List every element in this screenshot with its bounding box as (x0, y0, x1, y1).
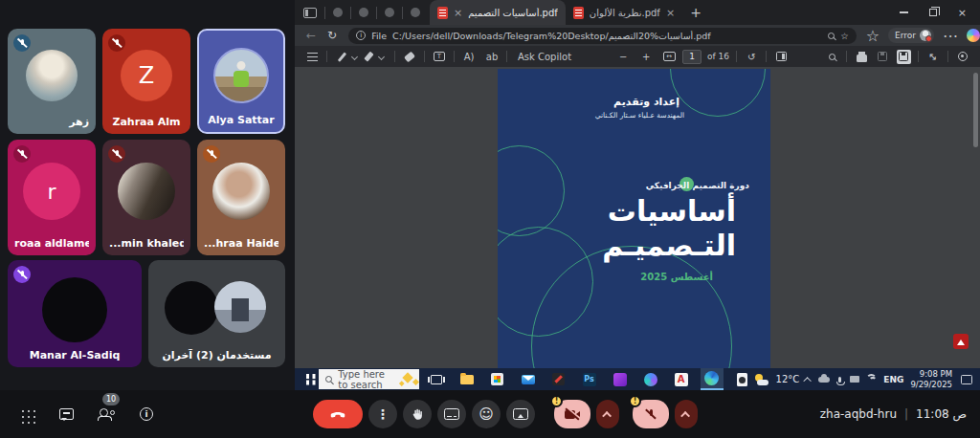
tab-asasiyat-altasmim[interactable]: × أساسيات التصميم.pdf (430, 0, 566, 25)
restore-button[interactable] (929, 9, 937, 16)
purple-app-button[interactable] (609, 368, 632, 390)
chevron-down-icon[interactable] (351, 53, 358, 59)
start-button[interactable] (306, 374, 309, 380)
erase-button[interactable] (402, 49, 417, 64)
draw-button[interactable] (334, 49, 349, 64)
store-app-button[interactable] (486, 368, 509, 390)
ghost-tab-favicon[interactable] (385, 8, 394, 17)
participant-tile[interactable]: Manar Al-Sadiq (8, 260, 142, 367)
mic-off-button[interactable]: ! (633, 400, 669, 428)
participants-button[interactable]: 10 (94, 402, 119, 427)
close-window-button[interactable]: × (958, 7, 967, 19)
minimize-button[interactable] (900, 11, 908, 13)
save-button[interactable] (875, 49, 890, 64)
ab-icon: ab (486, 52, 498, 62)
print-button[interactable] (854, 49, 869, 64)
usb-icon[interactable] (850, 376, 859, 383)
participant-tile[interactable]: ...min khaled (102, 140, 190, 255)
zoom-in-button[interactable]: + (638, 49, 654, 64)
taskbar-clock[interactable]: 9:08 PM 9/29/2025 (910, 369, 952, 388)
scrollbar-thumb[interactable] (973, 73, 978, 147)
back-icon[interactable]: ← (306, 29, 316, 42)
participant-tile-active-speaker[interactable]: Alya Sattar (197, 29, 285, 134)
weather-temp[interactable]: 12°C (776, 374, 800, 384)
ghost-tab-favicon[interactable] (411, 8, 420, 17)
page-info-icon[interactable]: i (356, 31, 366, 40)
camera-options-chevron[interactable] (596, 400, 619, 428)
captions-button[interactable] (437, 400, 466, 428)
cover-date: أغسطس 2025 (640, 272, 713, 282)
layout-apps-button[interactable] (13, 402, 38, 427)
tab-actions-icon[interactable] (303, 8, 317, 18)
reactions-button[interactable]: ☺ (472, 400, 501, 428)
collections-star-icon[interactable]: ☆ (866, 27, 880, 45)
chat-button[interactable] (54, 402, 78, 427)
file-explorer-button[interactable] (456, 368, 479, 390)
fullscreen-button[interactable]: ↔ (925, 49, 941, 64)
profile-button[interactable]: Error (888, 28, 934, 43)
participant-tile[interactable]: زهر (8, 29, 96, 134)
participant-tile[interactable]: ...hraa Haider (197, 140, 285, 255)
tray-mic-icon[interactable] (838, 377, 841, 383)
ghost-tab-favicon[interactable] (333, 8, 343, 17)
rotate-button[interactable]: ↺ (744, 49, 759, 64)
others-tile[interactable]: مستخدمان (2) آخران (148, 260, 285, 367)
camera-off-button[interactable]: ! (554, 400, 590, 428)
close-tab-icon[interactable]: × (454, 8, 462, 18)
url-bar[interactable]: i File C:/Users/dell/Downloads/Telegram%… (348, 28, 857, 44)
participant-tile[interactable]: r roaa aldlame (8, 140, 96, 255)
highlight-button[interactable] (361, 49, 376, 64)
letter-a-app-button[interactable]: A (670, 368, 693, 390)
language-indicator[interactable]: ENG (883, 375, 903, 384)
tab-nazariyat-alalwan[interactable]: نظرية الألوان.pdf × (566, 0, 682, 25)
leave-call-button[interactable] (313, 400, 363, 428)
meet-clock: ص 11:08 (916, 407, 967, 421)
chevron-down-icon[interactable] (378, 53, 385, 59)
weather-icon[interactable] (754, 374, 769, 385)
page-number-input[interactable]: 1 (682, 50, 702, 64)
document-app-button[interactable] (731, 368, 754, 390)
notification-center-icon[interactable] (961, 375, 972, 384)
add-text-button[interactable]: T (432, 49, 447, 64)
fit-to-width-button[interactable]: ↔ (661, 49, 677, 64)
page-view-button[interactable] (773, 49, 789, 64)
wifi-icon[interactable] (866, 374, 877, 384)
red-pen-app-button[interactable] (547, 368, 570, 390)
close-tab-icon[interactable]: × (666, 8, 675, 18)
taskbar-search[interactable]: Type here to search (319, 369, 418, 389)
translate-button[interactable]: ab (484, 49, 500, 64)
photoshop-button[interactable]: Ps (578, 368, 601, 390)
settings-more-icon[interactable]: ⋯ (943, 27, 958, 45)
raise-hand-button[interactable] (403, 400, 432, 428)
copilot-icon[interactable] (967, 29, 980, 42)
present-icon (513, 408, 528, 420)
zoom-out-button[interactable]: − (615, 49, 631, 64)
task-view-button[interactable] (425, 368, 448, 390)
search-document-button[interactable] (824, 49, 839, 64)
edge-button-active[interactable] (701, 368, 724, 390)
onedrive-icon[interactable] (818, 377, 830, 383)
sparkle-icon (400, 372, 412, 387)
participant-name: Zahraa Alm (109, 116, 184, 128)
favorite-star-icon[interactable]: ☆ (840, 31, 849, 41)
mic-options-chevron[interactable] (675, 400, 698, 428)
ghost-tab-favicon[interactable] (359, 8, 368, 17)
mail-app-button[interactable] (517, 368, 540, 390)
divider: | (904, 407, 908, 421)
tray-expand-icon[interactable] (804, 377, 812, 384)
present-screen-button[interactable] (506, 400, 535, 428)
new-tab-button[interactable]: + (690, 5, 702, 20)
settings-button[interactable] (955, 49, 970, 64)
open-in-acrobat-button[interactable] (953, 334, 969, 349)
round-app-button[interactable] (639, 368, 662, 390)
zoom-page-icon[interactable] (828, 33, 835, 39)
reload-icon[interactable]: ↻ (327, 29, 337, 42)
participant-tile[interactable]: Z Zahraa Alm (102, 29, 190, 134)
save-as-button[interactable] (896, 49, 911, 64)
more-options-button[interactable]: ⋮ (368, 400, 397, 428)
toc-icon (307, 53, 318, 61)
table-of-contents-button[interactable] (304, 49, 320, 64)
read-aloud-button[interactable]: A) (461, 49, 477, 64)
ask-copilot-button[interactable]: Ask Copilot (518, 52, 571, 62)
info-button[interactable]: i (134, 402, 159, 427)
